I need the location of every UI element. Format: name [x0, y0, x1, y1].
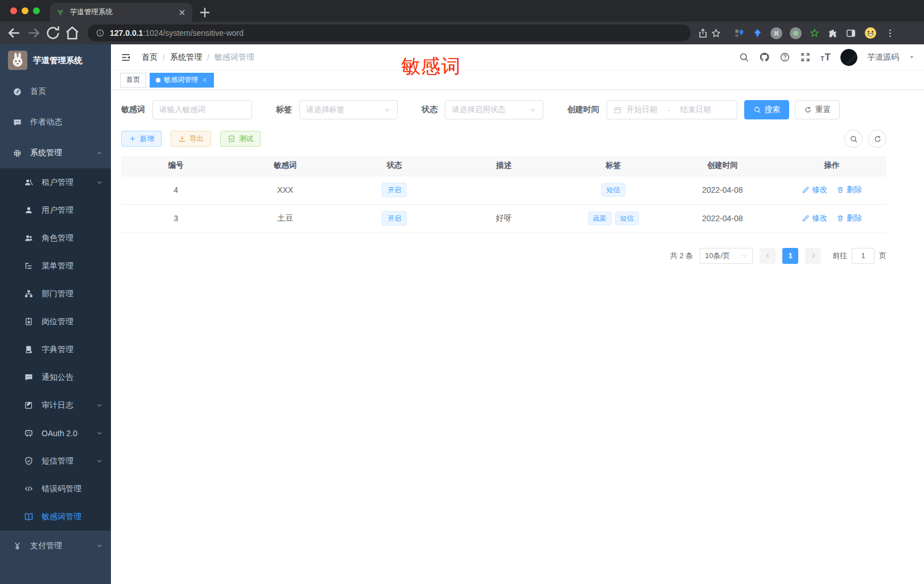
font-size-icon[interactable]: TT	[820, 52, 831, 62]
app-logo: 芋道管理系统	[0, 44, 111, 76]
breadcrumb-home[interactable]: 首页	[142, 52, 158, 63]
search-icon	[753, 106, 761, 114]
trash-icon	[836, 214, 844, 222]
arrow-left-icon	[764, 252, 772, 259]
page-size-select[interactable]: 10条/页	[700, 248, 753, 264]
share-icon[interactable]	[698, 28, 708, 39]
notice-icon	[24, 372, 34, 382]
code-icon	[24, 484, 34, 494]
sidebar-item-oauth[interactable]: OAuth 2.0	[0, 419, 111, 447]
extensions-puzzle-icon[interactable]	[827, 28, 838, 39]
sidebar-item-system[interactable]: 系统管理	[0, 138, 111, 168]
search-icon[interactable]	[739, 52, 749, 63]
address-bar[interactable]: 127.0.0.1:1024/system/sensitive-word	[88, 24, 691, 42]
window-close-button[interactable]	[10, 7, 17, 14]
prev-page-button[interactable]	[760, 248, 776, 264]
extension-command-icon[interactable]	[770, 27, 782, 39]
github-icon[interactable]	[759, 52, 770, 63]
user-avatar[interactable]	[840, 49, 857, 66]
sidebar-item-sensitive[interactable]: 敏感词管理	[0, 503, 111, 531]
current-page[interactable]: 1	[782, 248, 798, 264]
extension-tabs-icon[interactable]	[734, 28, 745, 39]
sidebar-item-errorcode[interactable]: 错误码管理	[0, 475, 111, 503]
bookmark-star-icon[interactable]	[711, 28, 721, 39]
chevron-down-icon	[529, 106, 537, 114]
sidebar-item-user[interactable]: 用户管理	[0, 196, 111, 224]
add-button[interactable]: 新增	[121, 131, 162, 147]
date-range-picker[interactable]: 开始日期 - 结束日期	[607, 100, 737, 119]
split-view-icon[interactable]	[845, 28, 856, 39]
user-name[interactable]: 芋道源码	[867, 52, 899, 63]
edit-button[interactable]: 修改	[802, 213, 827, 223]
next-page-button[interactable]	[805, 248, 821, 264]
sidebar-menu: 首页作者动态系统管理租户管理用户管理角色管理菜单管理部门管理岗位管理字典管理通知…	[0, 76, 111, 561]
arrow-right-icon	[810, 252, 817, 259]
browser-menu-icon[interactable]	[885, 28, 896, 39]
sidebar-item-sms[interactable]: 短信管理	[0, 447, 111, 475]
browser-tab[interactable]: 芋道管理系统	[50, 3, 192, 22]
goto-page-input[interactable]	[852, 248, 874, 264]
keyword-input[interactable]: 请输入敏感词	[152, 100, 252, 119]
hamburger-icon[interactable]	[120, 52, 131, 63]
sidebar-item-post[interactable]: 岗位管理	[0, 308, 111, 336]
profile-avatar[interactable]	[864, 26, 877, 40]
export-button[interactable]: 导出	[171, 131, 211, 147]
toggle-search-button[interactable]	[844, 130, 863, 148]
tag-close-icon[interactable]	[201, 77, 208, 83]
chevron-down-icon	[96, 179, 103, 186]
sidebar-item-menu[interactable]: 菜单管理	[0, 252, 111, 280]
column-header: 创建时间	[668, 156, 777, 176]
delete-button[interactable]: 删除	[836, 185, 862, 195]
sidebar-item-dict[interactable]: 字典管理	[0, 336, 111, 363]
site-info-icon[interactable]	[96, 28, 105, 38]
test-button[interactable]: 测试	[220, 131, 261, 147]
sidebar-item-role[interactable]: 角色管理	[0, 224, 111, 252]
forward-button[interactable]	[25, 24, 42, 42]
back-button[interactable]	[6, 24, 23, 42]
browser-tab-strip: 芋道管理系统	[0, 0, 924, 22]
sidebar-item-audit[interactable]: 审计日志	[0, 391, 111, 419]
sidebar-item-dept[interactable]: 部门管理	[0, 280, 111, 308]
fullscreen-icon[interactable]	[800, 52, 811, 63]
tag-label: 标签	[276, 105, 292, 115]
breadcrumb-system[interactable]: 系统管理	[170, 52, 202, 63]
sensitive-word-table: 编号敏感词状态描述标签创建时间操作 4XXX开启短信2022-04-08修改删除…	[121, 156, 886, 233]
chevron-down-icon	[741, 252, 748, 259]
extension-green-star-icon[interactable]	[809, 28, 820, 39]
home-button[interactable]	[64, 24, 81, 42]
chevron-up-icon	[96, 150, 103, 156]
date-label: 创建时间	[567, 105, 599, 115]
extensions-area	[734, 26, 896, 40]
window-minimize-button[interactable]	[22, 7, 28, 14]
reload-button[interactable]	[44, 24, 61, 42]
tag-select[interactable]: 请选择标签	[299, 100, 398, 119]
sidebar-item-pay[interactable]: 支付管理	[0, 531, 111, 561]
sidebar-item-author[interactable]: 作者动态	[0, 107, 111, 138]
refresh-icon	[873, 135, 882, 143]
help-icon[interactable]	[779, 52, 790, 63]
goto-label: 前往	[832, 251, 847, 261]
tags-view-tag[interactable]: 首页	[120, 73, 146, 88]
cell-status: 开启	[340, 204, 449, 233]
edit-button[interactable]: 修改	[802, 185, 827, 195]
status-label: 状态	[422, 105, 438, 115]
sidebar: 芋道管理系统 首页作者动态系统管理租户管理用户管理角色管理菜单管理部门管理岗位管…	[0, 44, 111, 584]
new-tab-button[interactable]	[197, 5, 213, 20]
active-dot	[156, 78, 160, 82]
delete-button[interactable]: 删除	[836, 213, 862, 223]
search-button[interactable]: 搜索	[744, 100, 789, 119]
extension-gem-icon[interactable]	[752, 28, 763, 39]
reset-button[interactable]: 重置	[795, 100, 840, 119]
refresh-table-button[interactable]	[868, 130, 886, 148]
sidebar-item-home[interactable]: 首页	[0, 76, 111, 107]
sidebar-item-notice[interactable]: 通知公告	[0, 363, 111, 391]
tab-close-icon[interactable]	[178, 8, 187, 17]
caret-down-icon[interactable]	[909, 54, 915, 60]
sidebar-item-tenant[interactable]: 租户管理	[0, 168, 111, 196]
window-zoom-button[interactable]	[33, 7, 40, 14]
tab-title: 芋道管理系统	[70, 7, 172, 17]
extension-record-icon[interactable]	[790, 27, 802, 39]
cell-created: 2022-04-08	[668, 204, 777, 233]
status-select[interactable]: 请选择启用状态	[445, 100, 543, 119]
tags-view-tag[interactable]: 敏感词管理	[150, 73, 214, 88]
